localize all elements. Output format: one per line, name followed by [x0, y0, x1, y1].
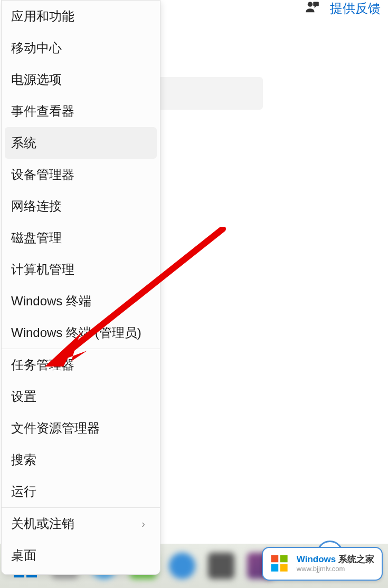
watermark: Windows 系统之家 www.bjjmlv.com: [262, 547, 383, 581]
menu-item-shutdown-signout[interactable]: 关机或注销 ›: [2, 508, 160, 539]
svg-rect-11: [280, 555, 288, 563]
watermark-url: www.bjjmlv.com: [297, 565, 374, 573]
menu-item-search[interactable]: 搜索: [2, 444, 160, 476]
menu-item-label: 关机或注销: [11, 515, 74, 532]
menu-item-label: 桌面: [11, 547, 36, 564]
menu-item-desktop[interactable]: 桌面: [2, 539, 160, 571]
feedback-person-icon: [305, 0, 319, 15]
menu-item-label: 应用和功能: [11, 8, 74, 25]
menu-item-label: 设备管理器: [11, 166, 74, 183]
menu-item-label: 设置: [11, 388, 36, 405]
menu-item-power-options[interactable]: 电源选项: [2, 64, 160, 95]
menu-item-network-connections[interactable]: 网络连接: [2, 190, 160, 222]
menu-item-label: 事件查看器: [11, 103, 74, 120]
menu-item-label: 网络连接: [11, 198, 62, 215]
menu-item-file-explorer[interactable]: 文件资源管理器: [2, 412, 160, 444]
svg-rect-10: [271, 555, 278, 563]
winx-context-menu: 应用和功能 移动中心 电源选项 事件查看器 系统 设备管理器 网络连接 磁盘管理…: [1, 0, 160, 575]
menu-item-label: 移动中心: [11, 40, 62, 56]
menu-item-label: 磁盘管理: [11, 229, 62, 246]
svg-rect-12: [271, 564, 278, 572]
menu-item-label: 文件资源管理器: [11, 420, 100, 437]
menu-item-label: 系统: [11, 134, 36, 151]
menu-item-label: 计算机管理: [11, 261, 74, 278]
menu-item-settings[interactable]: 设置: [2, 381, 160, 412]
menu-item-label: Windows 终端 (管理员): [11, 324, 141, 341]
menu-item-windows-terminal[interactable]: Windows 终端: [2, 285, 160, 317]
taskbar-app-icon[interactable]: [169, 553, 195, 579]
menu-item-windows-terminal-admin[interactable]: Windows 终端 (管理员): [2, 317, 160, 349]
watermark-logo-icon: [268, 552, 291, 575]
menu-item-task-manager[interactable]: 任务管理器: [2, 349, 160, 381]
feedback-link[interactable]: 提供反馈: [330, 0, 381, 17]
svg-rect-1: [313, 2, 319, 6]
taskbar-app-icon[interactable]: [208, 553, 234, 579]
menu-item-system[interactable]: 系统: [5, 127, 157, 159]
menu-item-mobility-center[interactable]: 移动中心: [2, 32, 160, 64]
menu-item-label: 任务管理器: [11, 356, 74, 373]
menu-item-event-viewer[interactable]: 事件查看器: [2, 95, 160, 127]
menu-item-run[interactable]: 运行: [2, 476, 160, 507]
watermark-title: Windows 系统之家: [297, 554, 374, 565]
menu-item-label: 电源选项: [11, 71, 62, 88]
svg-point-0: [308, 2, 313, 7]
menu-item-label: 运行: [11, 483, 36, 500]
menu-item-label: 搜索: [11, 451, 36, 468]
menu-item-disk-management[interactable]: 磁盘管理: [2, 222, 160, 254]
menu-item-device-manager[interactable]: 设备管理器: [2, 159, 160, 190]
svg-rect-13: [280, 564, 288, 572]
menu-item-label: Windows 终端: [11, 293, 91, 310]
menu-item-apps-features[interactable]: 应用和功能: [2, 1, 160, 32]
chevron-right-icon: ›: [141, 518, 145, 530]
menu-item-computer-management[interactable]: 计算机管理: [2, 254, 160, 285]
